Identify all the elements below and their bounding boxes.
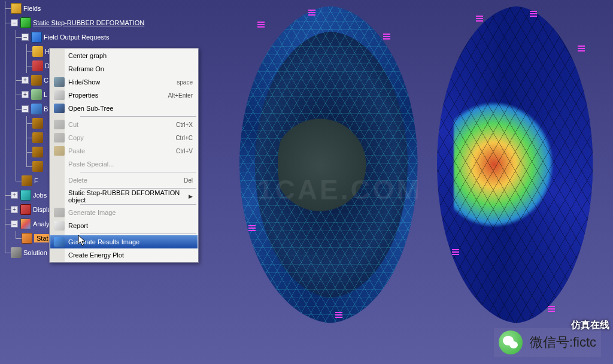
bc-marker [308,12,315,13]
static-icon [22,233,32,244]
copy-icon [54,133,65,142]
blank-icon [54,159,65,169]
expand-toggle[interactable]: + [11,192,18,199]
menu-copy: Copy Ctrl+C [50,131,198,144]
menu-shortcut: Ctrl+V [176,148,193,154]
node-label: C [44,77,48,84]
bc-marker [548,308,555,310]
menu-step-object[interactable]: Static Step-RUBBER DEFORMATION object ▶ [50,190,198,203]
blank-icon [54,175,65,185]
wechat-icon [499,330,523,354]
report-icon [54,221,65,230]
node-label: F [34,177,38,184]
blank-icon [54,64,65,74]
paste-icon [54,146,65,156]
step-icon [20,17,31,28]
menu-separator [80,233,196,234]
node-label: L [44,91,47,98]
mesh-part-original[interactable] [239,6,431,323]
footer-label: 微信号:fictc [530,333,596,351]
node-label: Jobs [33,192,47,199]
menu-label: Create Energy Plot [68,251,193,259]
menu-label: Properties [68,92,168,99]
menu-label: Generate Results Image [68,238,193,245]
menu-label: Report [68,222,193,229]
mesh-overlay [239,6,431,323]
menu-create-energy-plot[interactable]: Create Energy Plot [50,248,198,262]
properties-icon [54,90,65,100]
expand-toggle[interactable]: + [22,91,29,98]
bc-icon [32,132,43,143]
menu-label: Delete [68,177,184,184]
menu-label: Open Sub-Tree [68,105,193,112]
mesh-part-result[interactable] [437,6,605,323]
menu-label: Paste Special... [68,160,193,168]
menu-separator [80,116,196,117]
menu-generate-image: Generate Image [50,206,198,219]
tree-node-static-step[interactable]: – Static Step-RUBBER DEFORMATION [0,16,204,30]
context-menu[interactable]: Center graph Reframe On Hide/Show space … [49,48,199,263]
menu-label: Reframe On [68,65,193,72]
hide-show-icon [54,77,65,87]
tree-node-fields-partial[interactable]: Fields [0,1,204,16]
menu-properties[interactable]: Properties Alt+Enter [50,89,198,102]
output-icon [31,32,42,43]
collapse-toggle[interactable]: – [22,105,29,113]
menu-hide-show[interactable]: Hide/Show space [50,75,198,89]
node-label: Static Step-RUBBER DEFORMATION [33,19,144,26]
collapse-toggle[interactable]: – [11,19,18,26]
expand-toggle[interactable]: + [22,77,29,84]
menu-separator [80,172,196,172]
watermark-text: 1CAE.COM [257,174,422,206]
bc-marker [248,228,256,229]
menu-separator [80,188,196,189]
bc-marker [452,251,459,253]
menu-label: Static Step-RUBBER DEFORMATION object [68,189,189,204]
bc-icon [32,161,43,172]
bc-marker [476,18,483,19]
menu-generate-results-image[interactable]: Generate Results Image [50,235,198,248]
bc-marker [578,48,585,49]
analysis-icon [20,219,31,229]
menu-delete: Delete Del [50,174,198,187]
node-label: Analy [33,220,50,228]
menu-paste-special: Paste Special... [50,157,198,171]
menu-open-subtree[interactable]: Open Sub-Tree [50,102,198,115]
menu-center-graph[interactable]: Center graph [50,49,198,62]
expand-toggle[interactable]: + [11,206,18,213]
blank-icon [54,250,65,260]
c-icon [31,75,42,86]
bc-marker [335,314,342,316]
menu-report[interactable]: Report [50,219,198,232]
menu-shortcut: space [177,79,193,86]
generate-image-icon [54,208,65,217]
menu-reframe-on[interactable]: Reframe On [50,62,198,75]
subtree-icon [54,104,65,113]
node-label: B [44,105,48,113]
field-icon [11,3,22,14]
menu-label: Center graph [68,52,193,59]
bc-icon [32,147,43,157]
footer-bar: 微信号:fictc [494,328,601,357]
submenu-arrow-icon: ▶ [189,193,193,199]
menu-shortcut: Ctrl+C [175,135,193,141]
tree-node-field-output[interactable]: – Field Output Requests [0,30,204,44]
menu-cut: Cut Ctrl+X [50,118,198,131]
blank-icon [54,192,65,201]
menu-label: Paste [68,147,176,154]
jobs-icon [20,190,31,201]
bc-marker [257,24,265,25]
menu-label: Hide/Show [68,78,177,86]
h-icon [32,46,43,57]
menu-paste: Paste Ctrl+V [50,144,198,157]
b-icon [31,104,42,114]
mesh-overlay [437,6,605,323]
menu-separator [80,204,196,205]
node-label: Field Output Requests [44,34,109,41]
collapse-toggle[interactable]: – [22,34,29,41]
l-icon [31,89,42,100]
menu-label: Generate Image [68,209,193,216]
f-icon [22,175,32,186]
collapse-toggle[interactable]: – [11,220,18,228]
node-label: Fields [23,5,41,12]
